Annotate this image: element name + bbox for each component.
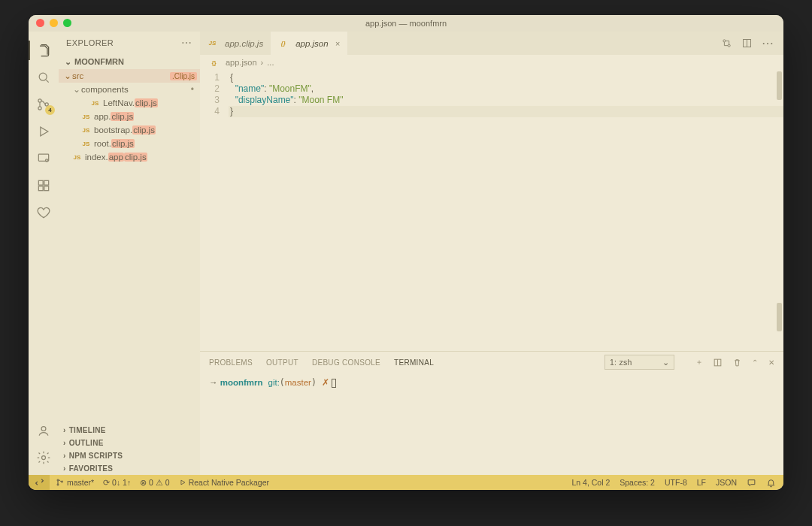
folder-label: components: [81, 85, 129, 94]
svg-point-18: [62, 481, 63, 482]
svg-point-0: [39, 73, 47, 80]
code-content: { "name": "MoonFM", "displayName": "Moon…: [229, 70, 783, 351]
status-feedback-icon[interactable]: [747, 478, 756, 488]
tab-app-json[interactable]: {} app.json ×: [271, 32, 347, 55]
search-activity-icon[interactable]: [29, 65, 59, 90]
explorer-sidebar: EXPLORER ⋯ ⌄ MOONFMRN ⌄ src .Clip.js ⌄ c…: [59, 32, 200, 475]
remote-indicator[interactable]: [29, 475, 50, 490]
svg-point-1: [38, 99, 41, 102]
svg-point-17: [57, 484, 59, 485]
terminal-body[interactable]: → moonfmrn git:(master) ✗: [200, 373, 783, 475]
compare-changes-icon[interactable]: [721, 38, 732, 49]
run-debug-activity-icon[interactable]: [29, 119, 59, 144]
explorer-more-icon[interactable]: ⋯: [181, 37, 192, 49]
bottom-panel: PROBLEMS OUTPUT DEBUG CONSOLE TERMINAL 1…: [200, 351, 783, 475]
chevron-down-icon: ⌄: [662, 358, 669, 367]
minimize-window-icon[interactable]: [50, 19, 58, 27]
svg-rect-7: [44, 180, 49, 185]
code-editor[interactable]: 1234 { "name": "MoonFM", "displayName": …: [200, 70, 783, 351]
file-index[interactable]: JS index.appclip.js: [59, 150, 200, 164]
panel-tab-debug[interactable]: DEBUG CONSOLE: [312, 358, 380, 367]
minimap-scrollbar[interactable]: [774, 70, 783, 351]
file-root[interactable]: JS root.clip.js: [59, 137, 200, 150]
explorer-title: EXPLORER: [66, 38, 114, 47]
main-area: 4: [29, 32, 783, 475]
json-file-icon: {}: [209, 58, 219, 68]
project-root[interactable]: ⌄ MOONFMRN: [59, 54, 200, 69]
split-terminal-icon[interactable]: [713, 358, 723, 367]
status-packager[interactable]: React Native Packager: [179, 478, 269, 487]
chevron-down-icon: ⌄: [63, 71, 72, 81]
svg-point-5: [46, 159, 48, 162]
svg-point-10: [41, 427, 46, 431]
file-name-part: app.: [94, 112, 111, 121]
sidebar-section-timeline[interactable]: ›TIMELINE: [59, 424, 200, 437]
remote-activity-icon[interactable]: [29, 146, 59, 171]
status-language[interactable]: JSON: [716, 478, 737, 487]
split-editor-icon[interactable]: [741, 38, 753, 49]
zoom-window-icon[interactable]: [63, 19, 71, 27]
tab-app-clip-js[interactable]: JS app.clip.js: [200, 32, 271, 55]
status-bell-icon[interactable]: [766, 478, 776, 488]
tab-label: app.clip.js: [225, 39, 263, 48]
status-eol[interactable]: LF: [697, 478, 706, 487]
breadcrumb-separator-icon: ›: [261, 58, 264, 67]
js-file-icon: JS: [208, 38, 217, 48]
panel-tabs: PROBLEMS OUTPUT DEBUG CONSOLE TERMINAL 1…: [200, 352, 783, 373]
editor-actions: ⋯: [721, 32, 783, 55]
sidebar-section-favorites[interactable]: ›FAVORITES: [59, 462, 200, 475]
breadcrumb-file: app.json: [226, 58, 257, 67]
file-leftnav[interactable]: JS LeftNav.clip.js: [59, 96, 200, 110]
source-control-activity-icon[interactable]: 4: [29, 92, 59, 117]
chevron-right-icon: ›: [63, 464, 66, 473]
status-sync[interactable]: ⟳ 0↓ 1↑: [103, 478, 131, 487]
folder-src[interactable]: ⌄ src .Clip.js: [59, 69, 200, 83]
panel-tab-problems[interactable]: PROBLEMS: [209, 358, 253, 367]
vscode-window: app.json — moonfmrn 4: [29, 15, 783, 490]
chevron-right-icon: ›: [63, 439, 66, 447]
file-app[interactable]: JS app.clip.js: [59, 110, 200, 123]
svg-point-2: [38, 107, 41, 110]
status-problems[interactable]: ⊗ 0 ⚠ 0: [140, 478, 169, 487]
terminal-selector[interactable]: 1: zsh ⌄: [604, 355, 674, 370]
sidebar-section-outline[interactable]: ›OUTLINE: [59, 437, 200, 449]
new-terminal-icon[interactable]: ＋: [695, 357, 703, 367]
tab-bar: JS app.clip.js {} app.json × ⋯: [200, 32, 783, 55]
maximize-panel-icon[interactable]: ⌃: [752, 358, 758, 367]
panel-tab-output[interactable]: OUTPUT: [266, 358, 298, 367]
file-name-highlight: app: [108, 153, 124, 162]
settings-gear-icon[interactable]: [29, 445, 59, 470]
svg-point-11: [42, 456, 46, 460]
js-file-icon: JS: [72, 153, 82, 162]
chevron-down-icon: ⌄: [72, 84, 81, 95]
status-encoding[interactable]: UTF-8: [665, 478, 687, 487]
traffic-lights: [36, 19, 71, 27]
svg-point-16: [57, 479, 59, 481]
file-bootstrap[interactable]: JS bootstrap.clip.js: [59, 123, 200, 137]
status-line-col[interactable]: Ln 4, Col 2: [571, 478, 610, 487]
editor-more-icon[interactable]: ⋯: [762, 36, 774, 50]
breadcrumb-rest: ...: [267, 58, 274, 67]
status-bar: master* ⟳ 0↓ 1↑ ⊗ 0 ⚠ 0 React Native Pac…: [29, 475, 783, 490]
status-indent[interactable]: Spaces: 2: [620, 478, 655, 487]
svg-rect-9: [44, 186, 49, 191]
breadcrumb[interactable]: {} app.json › ...: [200, 55, 783, 70]
favorites-activity-icon[interactable]: [29, 200, 59, 225]
tab-close-icon[interactable]: ×: [335, 39, 340, 48]
svg-point-12: [723, 40, 726, 42]
folder-components[interactable]: ⌄ components •: [59, 83, 200, 96]
accounts-icon[interactable]: [29, 418, 59, 443]
explorer-activity-icon[interactable]: [29, 38, 59, 63]
extensions-activity-icon[interactable]: [29, 173, 59, 198]
close-window-icon[interactable]: [36, 19, 44, 27]
file-name-part: bootstrap.: [94, 125, 132, 135]
sidebar-section-npm[interactable]: ›NPM SCRIPTS: [59, 449, 200, 462]
close-panel-icon[interactable]: ✕: [768, 358, 774, 367]
src-ext-badge: .Clip.js: [170, 72, 197, 80]
folder-label: src: [72, 71, 83, 80]
svg-point-13: [728, 44, 730, 47]
panel-tab-terminal[interactable]: TERMINAL: [394, 358, 434, 367]
kill-terminal-icon[interactable]: [732, 358, 742, 367]
svg-rect-6: [38, 180, 43, 185]
status-branch[interactable]: master*: [56, 478, 94, 487]
